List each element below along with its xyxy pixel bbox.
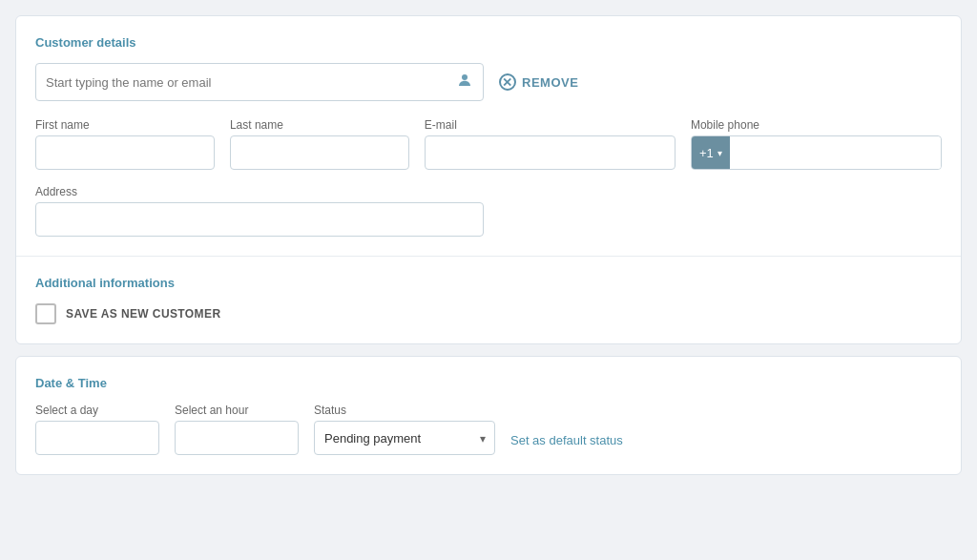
set-default-status-button[interactable]: Set as default status xyxy=(510,425,623,455)
phone-number-input[interactable] xyxy=(730,136,941,170)
remove-label: REMOVE xyxy=(522,75,578,90)
select-day-input[interactable]: 12/05/2022 xyxy=(35,421,159,455)
remove-icon: ✕ xyxy=(499,73,516,91)
email-group: E-mail xyxy=(425,118,676,170)
status-group: Status Pending payment Processing Comple… xyxy=(314,404,495,455)
date-time-card: Date & Time Select a day 12/05/2022 Sele… xyxy=(15,356,962,475)
select-day-label: Select a day xyxy=(35,404,159,417)
first-name-group: First name xyxy=(35,118,215,170)
phone-label: Mobile phone xyxy=(691,118,942,132)
select-hour-input[interactable]: 9:00am xyxy=(175,421,299,455)
address-group: Address xyxy=(35,185,484,237)
customer-search-wrap xyxy=(35,63,484,101)
person-icon xyxy=(456,72,473,93)
name-email-phone-row: First name Last name E-mail Mobile phone… xyxy=(35,118,942,170)
date-time-title: Date & Time xyxy=(35,376,942,390)
phone-prefix-caret: ▾ xyxy=(717,148,722,158)
select-hour-group: Select an hour 9:00am xyxy=(175,404,299,455)
address-input[interactable] xyxy=(35,202,484,237)
select-hour-label: Select an hour xyxy=(175,404,299,417)
save-customer-label: SAVE AS NEW CUSTOMER xyxy=(66,307,220,321)
first-name-input[interactable] xyxy=(35,135,215,170)
phone-group: Mobile phone +1 ▾ xyxy=(691,118,942,170)
address-label: Address xyxy=(35,185,484,198)
phone-input-wrap: +1 ▾ xyxy=(691,135,942,170)
email-input[interactable] xyxy=(425,135,676,170)
remove-button[interactable]: ✕ REMOVE xyxy=(499,73,578,91)
phone-prefix-button[interactable]: +1 ▾ xyxy=(692,136,730,169)
section-divider xyxy=(16,256,961,257)
svg-point-0 xyxy=(462,74,468,80)
customer-details-card: Customer details ✕ REMOVE First name Las… xyxy=(15,15,962,344)
select-day-group: Select a day 12/05/2022 xyxy=(35,404,159,455)
search-row: ✕ REMOVE xyxy=(35,63,942,101)
email-label: E-mail xyxy=(425,118,676,132)
last-name-input[interactable] xyxy=(230,135,409,170)
status-label: Status xyxy=(314,404,495,417)
customer-details-title: Customer details xyxy=(35,35,942,50)
customer-search-input[interactable] xyxy=(46,75,456,90)
save-customer-checkbox[interactable] xyxy=(35,303,56,324)
address-row: Address xyxy=(35,185,942,237)
status-select[interactable]: Pending payment Processing Completed Can… xyxy=(314,421,495,455)
date-time-row: Select a day 12/05/2022 Select an hour 9… xyxy=(35,404,942,455)
last-name-group: Last name xyxy=(230,118,409,170)
first-name-label: First name xyxy=(35,118,215,132)
last-name-label: Last name xyxy=(230,118,409,132)
additional-info-title: Additional informations xyxy=(35,276,942,290)
save-customer-row: SAVE AS NEW CUSTOMER xyxy=(35,303,942,324)
phone-prefix-value: +1 xyxy=(699,146,714,160)
